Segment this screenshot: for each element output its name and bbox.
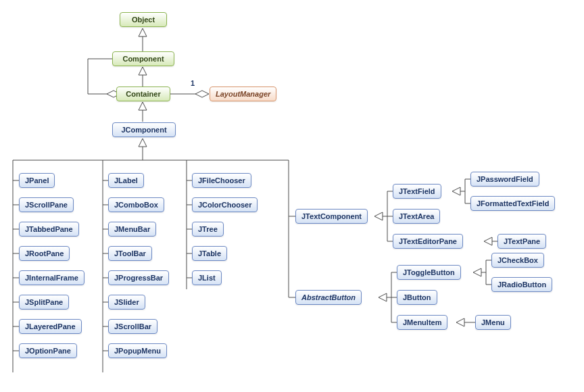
class-jlabel: JLabel bbox=[108, 173, 144, 188]
class-jtexteditorpane: JTextEditorPane bbox=[393, 234, 463, 249]
class-jmenuitem: JMenuItem bbox=[397, 315, 447, 330]
class-jscrollpane: JScrollPane bbox=[19, 197, 74, 212]
class-component: Component bbox=[112, 51, 174, 66]
class-jtextfield: JTextField bbox=[393, 184, 441, 199]
svg-marker-1 bbox=[139, 67, 147, 75]
class-jtable: JTable bbox=[192, 246, 227, 261]
class-jpasswordfield: JPasswordField bbox=[470, 172, 539, 187]
svg-marker-11 bbox=[456, 318, 464, 326]
class-object: Object bbox=[120, 12, 167, 27]
class-jsplitpane: JSplitPane bbox=[19, 295, 69, 310]
class-jrootpane: JRootPane bbox=[19, 246, 70, 261]
class-jmenubar: JMenuBar bbox=[108, 222, 156, 237]
svg-marker-8 bbox=[484, 237, 492, 245]
class-jmenu: JMenu bbox=[475, 315, 511, 330]
class-jformattedtextfield: JFormattedTextField bbox=[470, 196, 555, 211]
class-jtree: JTree bbox=[192, 222, 224, 237]
class-jlist: JList bbox=[192, 270, 222, 285]
class-jcombobox: JComboBox bbox=[108, 197, 164, 212]
svg-marker-5 bbox=[139, 139, 147, 147]
multiplicity-label: 1 bbox=[191, 79, 195, 87]
class-jtextarea: JTextArea bbox=[393, 209, 440, 224]
svg-marker-10 bbox=[473, 268, 481, 276]
class-jinternalframe: JInternalFrame bbox=[19, 270, 84, 285]
class-jscrollbar: JScrollBar bbox=[108, 319, 157, 334]
svg-marker-6 bbox=[374, 212, 383, 220]
svg-marker-2 bbox=[139, 102, 147, 110]
class-jcolorchooser: JColorChooser bbox=[192, 197, 258, 212]
class-abstractbutton: AbstractButton bbox=[295, 290, 362, 305]
class-jradiobutton: JRadioButton bbox=[491, 277, 552, 292]
class-jbutton: JButton bbox=[397, 290, 437, 305]
class-jfilechooser: JFileChooser bbox=[192, 173, 251, 188]
class-container: Container bbox=[116, 87, 170, 101]
class-jslider: JSlider bbox=[108, 295, 145, 310]
class-jprogressbar: JProgressBar bbox=[108, 270, 169, 285]
class-jtextcomponent: JTextComponent bbox=[295, 209, 368, 224]
class-jtextpane: JTextPane bbox=[497, 234, 546, 249]
class-jtabbedpane: JTabbedPane bbox=[19, 222, 79, 237]
svg-marker-7 bbox=[452, 187, 460, 195]
class-jlayeredpane: JLayeredPane bbox=[19, 319, 82, 334]
class-jtogglebutton: JToggleButton bbox=[397, 265, 461, 280]
interface-layoutmanager: LayoutManager bbox=[210, 87, 276, 101]
class-jpopupmenu: JPopupMenu bbox=[108, 343, 167, 358]
class-jcomponent: JComponent bbox=[112, 122, 176, 137]
class-jtoolbar: JToolBar bbox=[108, 246, 152, 261]
class-joptionpane: JOptionPane bbox=[19, 343, 77, 358]
class-jpanel: JPanel bbox=[19, 173, 55, 188]
class-jcheckbox: JCheckBox bbox=[491, 253, 544, 268]
svg-marker-0 bbox=[139, 28, 147, 36]
svg-marker-9 bbox=[379, 293, 387, 301]
svg-marker-4 bbox=[195, 91, 209, 97]
